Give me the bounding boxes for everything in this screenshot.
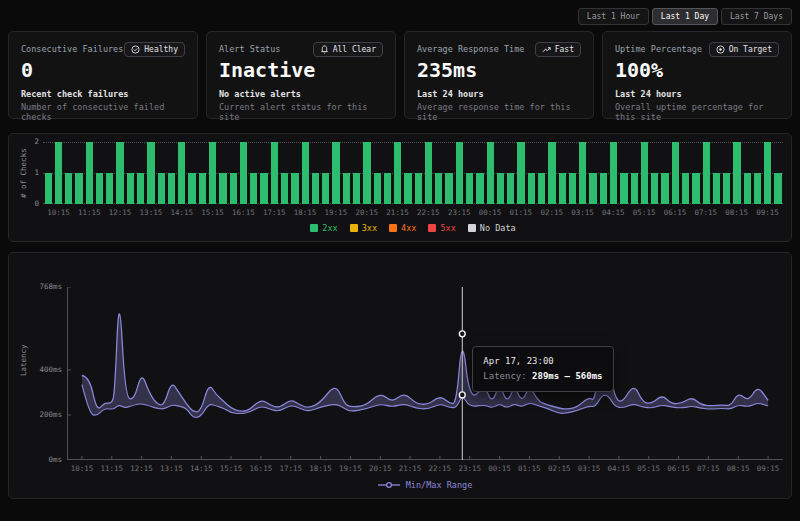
check-bar[interactable]: [374, 173, 381, 204]
check-bar[interactable]: [137, 173, 144, 204]
checks-chart-panel: # of Checks 012 10:1511:1512:1513:1514:1…: [8, 133, 792, 242]
check-bar[interactable]: [230, 173, 237, 204]
checks-bar-plot[interactable]: [43, 142, 783, 204]
check-bar[interactable]: [178, 142, 185, 204]
card-subtitle: No active alerts: [219, 89, 383, 99]
x-axis-label: 19:15: [320, 208, 351, 217]
check-bar[interactable]: [312, 173, 319, 204]
check-bar[interactable]: [322, 173, 329, 204]
check-bar[interactable]: [548, 142, 555, 204]
all-clear-badge: All Clear: [313, 42, 383, 57]
trending-up-icon: [542, 45, 551, 54]
x-axis-label: 08:15: [721, 208, 752, 217]
check-bar[interactable]: [579, 142, 586, 204]
card-consecutive-failures: Consecutive Failures Healthy 0 Recent ch…: [8, 31, 198, 119]
latency-legend: Min/Max Range: [67, 480, 783, 490]
check-bar[interactable]: [168, 173, 175, 204]
check-bar[interactable]: [764, 142, 771, 204]
check-bar[interactable]: [106, 173, 113, 204]
check-bar[interactable]: [271, 142, 278, 204]
check-bar[interactable]: [672, 142, 679, 204]
check-bar[interactable]: [682, 173, 689, 204]
check-bar[interactable]: [507, 173, 514, 204]
check-bar[interactable]: [713, 173, 720, 204]
check-bar[interactable]: [188, 173, 195, 204]
check-bar[interactable]: [435, 173, 442, 204]
x-axis-label: 13:15: [135, 208, 166, 217]
x-axis-label: 09:15: [752, 208, 783, 217]
check-bar[interactable]: [538, 173, 545, 204]
check-bar[interactable]: [456, 142, 463, 204]
check-bar[interactable]: [661, 173, 668, 204]
check-bar[interactable]: [497, 173, 504, 204]
crosshair-dot-max: [459, 331, 465, 337]
check-bar[interactable]: [147, 142, 154, 204]
check-bar[interactable]: [302, 142, 309, 204]
check-bar[interactable]: [610, 142, 617, 204]
check-bar[interactable]: [86, 142, 93, 204]
check-bar[interactable]: [96, 173, 103, 204]
check-bar[interactable]: [559, 173, 566, 204]
check-bar[interactable]: [363, 142, 370, 204]
check-bar[interactable]: [723, 173, 730, 204]
check-bar[interactable]: [394, 142, 401, 204]
tooltip-range: 289ms – 560ms: [532, 371, 602, 381]
check-bar[interactable]: [466, 173, 473, 204]
legend-swatch: [468, 224, 476, 232]
check-bar[interactable]: [415, 173, 422, 204]
check-bar[interactable]: [445, 173, 452, 204]
check-bar[interactable]: [291, 173, 298, 204]
check-bar[interactable]: [116, 142, 123, 204]
fast-badge: Fast: [535, 42, 581, 57]
check-bar[interactable]: [651, 173, 658, 204]
check-bar[interactable]: [127, 173, 134, 204]
check-bar[interactable]: [332, 142, 339, 204]
check-bar[interactable]: [733, 142, 740, 204]
check-bar[interactable]: [65, 173, 72, 204]
x-axis-label: 15:15: [197, 208, 228, 217]
check-bar[interactable]: [774, 173, 781, 204]
check-bar[interactable]: [343, 173, 350, 204]
check-bar[interactable]: [55, 142, 62, 204]
latency-y-axis-label: Latency: [17, 261, 29, 460]
range-last-1-hour-button[interactable]: Last 1 Hour: [578, 8, 649, 25]
check-bar[interactable]: [476, 173, 483, 204]
check-bar[interactable]: [620, 173, 627, 204]
range-last-1-day-button[interactable]: Last 1 Day: [652, 8, 718, 25]
latency-plot-area[interactable]: Apr 17, 23:00 Latency: 289ms – 560ms 10:…: [67, 261, 783, 490]
check-bar[interactable]: [754, 173, 761, 204]
check-bar[interactable]: [219, 173, 226, 204]
check-bar[interactable]: [589, 173, 596, 204]
check-bar[interactable]: [744, 173, 751, 204]
range-last-7-days-button[interactable]: Last 7 Days: [721, 8, 792, 25]
check-bar[interactable]: [209, 142, 216, 204]
check-bar[interactable]: [703, 142, 710, 204]
check-bar[interactable]: [158, 173, 165, 204]
x-axis-label: 06:15: [660, 208, 691, 217]
check-bar[interactable]: [631, 173, 638, 204]
check-bar[interactable]: [569, 173, 576, 204]
check-bar[interactable]: [260, 173, 267, 204]
check-bar[interactable]: [250, 173, 257, 204]
check-bar[interactable]: [528, 173, 535, 204]
x-axis-label: 05:15: [634, 464, 664, 473]
check-bar[interactable]: [384, 173, 391, 204]
legend-label: 5xx: [440, 223, 455, 233]
check-bar[interactable]: [45, 173, 52, 204]
check-bar[interactable]: [75, 173, 82, 204]
check-bar[interactable]: [487, 142, 494, 204]
check-bar[interactable]: [281, 173, 288, 204]
x-axis-label: 03:15: [567, 208, 598, 217]
check-bar[interactable]: [517, 142, 524, 204]
check-bar[interactable]: [404, 173, 411, 204]
check-bar[interactable]: [641, 142, 648, 204]
latency-legend-label: Min/Max Range: [406, 480, 473, 490]
x-axis-label: 02:15: [544, 464, 574, 473]
check-bar[interactable]: [199, 173, 206, 204]
check-bar[interactable]: [240, 142, 247, 204]
check-bar[interactable]: [600, 173, 607, 204]
check-bar[interactable]: [692, 173, 699, 204]
latency-chart-svg[interactable]: [67, 287, 783, 460]
check-bar[interactable]: [425, 142, 432, 204]
check-bar[interactable]: [353, 173, 360, 204]
